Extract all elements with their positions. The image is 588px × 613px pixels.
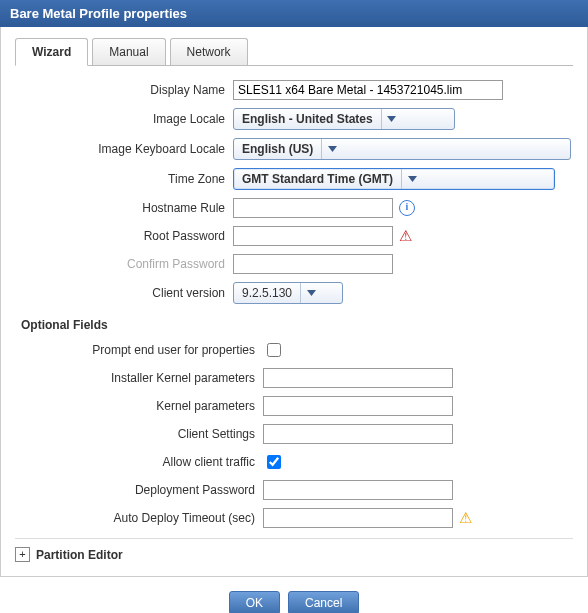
cancel-button[interactable]: Cancel — [288, 591, 359, 613]
auto-deploy-timeout-input[interactable] — [263, 508, 453, 528]
keyboard-locale-dropdown[interactable]: English (US) — [233, 138, 571, 160]
chevron-down-icon — [300, 283, 321, 303]
dialog-body: Wizard Manual Network Display Name Image… — [0, 27, 588, 577]
kernel-params-input[interactable] — [263, 396, 453, 416]
svg-marker-0 — [387, 116, 396, 122]
confirm-password-input[interactable] — [233, 254, 393, 274]
kernel-params-label: Kernel parameters — [15, 399, 263, 413]
warning-icon: ⚠ — [399, 227, 412, 245]
deployment-password-label: Deployment Password — [15, 483, 263, 497]
optional-fields-header: Optional Fields — [21, 318, 573, 332]
image-locale-label: Image Locale — [15, 112, 233, 126]
installer-kernel-params-label: Installer Kernel parameters — [15, 371, 263, 385]
keyboard-locale-label: Image Keyboard Locale — [15, 142, 233, 156]
display-name-input[interactable] — [233, 80, 503, 100]
hostname-rule-label: Hostname Rule — [15, 201, 233, 215]
partition-editor-label[interactable]: Partition Editor — [36, 548, 123, 562]
time-zone-dropdown[interactable]: GMT Standard Time (GMT) — [233, 168, 555, 190]
allow-client-traffic-checkbox[interactable] — [267, 455, 281, 469]
prompt-end-user-checkbox[interactable] — [267, 343, 281, 357]
client-settings-label: Client Settings — [15, 427, 263, 441]
client-version-dropdown[interactable]: 9.2.5.130 — [233, 282, 343, 304]
keyboard-locale-value: English (US) — [234, 142, 321, 156]
svg-marker-3 — [307, 290, 316, 296]
dialog-footer: OK Cancel — [0, 577, 588, 613]
allow-client-traffic-label: Allow client traffic — [15, 455, 263, 469]
root-password-label: Root Password — [15, 229, 233, 243]
chevron-down-icon — [321, 139, 342, 159]
deployment-password-input[interactable] — [263, 480, 453, 500]
client-version-label: Client version — [15, 286, 233, 300]
window-title: Bare Metal Profile properties — [0, 0, 588, 27]
prompt-end-user-label: Prompt end user for properties — [15, 343, 263, 357]
info-icon[interactable]: i — [399, 200, 415, 216]
svg-marker-2 — [408, 176, 417, 182]
ok-button[interactable]: OK — [229, 591, 280, 613]
tab-network[interactable]: Network — [170, 38, 248, 65]
tab-wizard[interactable]: Wizard — [15, 38, 88, 66]
tab-strip: Wizard Manual Network — [15, 37, 573, 66]
root-password-input[interactable] — [233, 226, 393, 246]
time-zone-label: Time Zone — [15, 172, 233, 186]
display-name-label: Display Name — [15, 83, 233, 97]
client-version-value: 9.2.5.130 — [234, 286, 300, 300]
image-locale-dropdown[interactable]: English - United States — [233, 108, 455, 130]
image-locale-value: English - United States — [234, 112, 381, 126]
tab-manual[interactable]: Manual — [92, 38, 165, 65]
expand-icon[interactable]: + — [15, 547, 30, 562]
chevron-down-icon — [381, 109, 402, 129]
warning-icon: ⚠ — [459, 509, 472, 527]
client-settings-input[interactable] — [263, 424, 453, 444]
auto-deploy-timeout-label: Auto Deploy Timeout (sec) — [15, 511, 263, 525]
chevron-down-icon — [401, 169, 422, 189]
hostname-rule-input[interactable] — [233, 198, 393, 218]
installer-kernel-params-input[interactable] — [263, 368, 453, 388]
svg-marker-1 — [328, 146, 337, 152]
time-zone-value: GMT Standard Time (GMT) — [234, 172, 401, 186]
confirm-password-label: Confirm Password — [15, 257, 233, 271]
